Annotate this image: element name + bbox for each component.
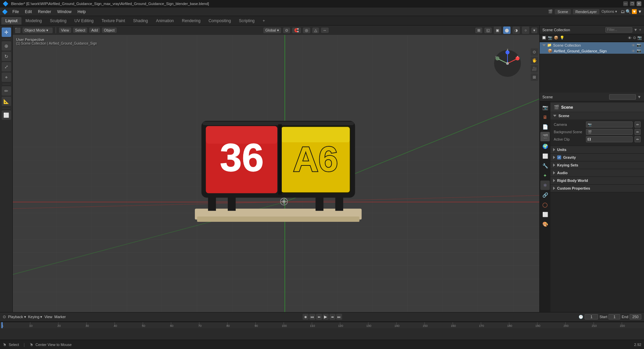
record-btn[interactable]: ⏺ <box>303 314 309 320</box>
viewport-proportional-edit[interactable]: ◎ <box>303 28 310 33</box>
nav-gizmo[interactable]: Z X Y <box>492 48 523 79</box>
props-tab-render[interactable]: 📷 <box>540 103 550 112</box>
next-frame-btn[interactable]: ➡ <box>329 314 335 320</box>
props-search[interactable] <box>609 94 636 100</box>
viewport-xray-btn[interactable]: ◱ <box>484 28 492 33</box>
props-tab-constraints[interactable]: 🔗 <box>540 190 550 200</box>
tab-uv-editing[interactable]: UV Editing <box>70 17 98 24</box>
filter-mesh-icon[interactable]: 📦 <box>554 36 558 40</box>
playback-menu[interactable]: Playback ▾ <box>8 315 26 319</box>
viewport-proportional[interactable]: ⊙ <box>283 28 290 33</box>
filter-scene-icon[interactable]: 📷 <box>548 36 552 40</box>
tab-rendering[interactable]: Rendering <box>178 17 204 24</box>
props-tab-object[interactable]: ⬜ <box>540 151 550 161</box>
object-menu[interactable]: Object <box>102 28 117 33</box>
quad-view-icon[interactable]: ⊞ <box>531 73 538 81</box>
bg-scene-value[interactable]: 🎬 <box>586 129 633 135</box>
start-frame-input[interactable] <box>608 314 620 319</box>
section-audio-header[interactable]: Audio <box>550 169 644 177</box>
props-tab-physics[interactable]: ⚛ <box>540 181 550 190</box>
section-units-header[interactable]: Units <box>550 146 644 153</box>
section-scene-header[interactable]: Scene <box>550 112 644 119</box>
props-tab-world[interactable]: 🌍 <box>540 142 550 151</box>
viewport-snap[interactable]: 🧲 <box>292 28 301 33</box>
tool-transform[interactable]: ⌖ <box>2 72 11 82</box>
outliner-select-icon[interactable]: ⊙ <box>633 36 636 40</box>
gizmo-icon[interactable]: ⊙ <box>531 48 538 56</box>
view-menu-tl[interactable]: View <box>44 315 52 319</box>
viewport-transform-pivot[interactable]: △ <box>312 28 319 33</box>
props-tab-output[interactable]: 🖥 <box>540 112 550 122</box>
menu-file[interactable]: File <box>10 9 21 15</box>
jump-end-btn[interactable]: ⏭ <box>336 314 342 320</box>
props-tab-texture[interactable]: 🎨 <box>540 219 550 229</box>
section-gravity-header[interactable]: ✓ Gravity <box>550 154 644 161</box>
props-options-icon[interactable]: ▼ <box>637 95 641 99</box>
scene-canvas[interactable]: 36 A6 <box>13 35 539 312</box>
tab-modeling[interactable]: Modeling <box>21 17 46 24</box>
camera-edit-btn[interactable]: ✏ <box>635 121 641 128</box>
tab-animation[interactable]: Animation <box>152 17 178 24</box>
menu-window[interactable]: Window <box>54 9 74 15</box>
gravity-checkbox[interactable]: ✓ <box>557 155 561 159</box>
mode-selector[interactable]: Object Mode ▾ <box>22 28 53 33</box>
section-custom-props-header[interactable]: Custom Properties <box>550 185 644 192</box>
menu-edit[interactable]: Edit <box>22 9 35 15</box>
props-tab-modifier[interactable]: 🔧 <box>540 161 550 170</box>
tool-rotate[interactable]: ↻ <box>2 52 11 61</box>
menu-help[interactable]: Help <box>75 9 89 15</box>
maximize-btn[interactable]: ❐ <box>630 1 635 6</box>
active-clip-edit-btn[interactable]: ✏ <box>635 136 641 142</box>
outliner-item-scene-collection[interactable]: 📁 Scene Collection 👁 📷 <box>540 42 644 48</box>
camera-icon[interactable]: 🎥 <box>531 65 538 72</box>
tool-move[interactable]: ⊕ <box>2 41 11 51</box>
options-btn[interactable]: Options ▾ <box>601 9 617 14</box>
jump-start-btn[interactable]: ⏮ <box>309 314 315 320</box>
add-menu[interactable]: Add <box>89 28 100 33</box>
props-tab-material[interactable]: ⬜ <box>540 210 550 219</box>
tab-add[interactable]: + <box>259 17 269 24</box>
prev-frame-btn[interactable]: ⬅ <box>316 314 322 320</box>
tab-shading[interactable]: Shading <box>129 17 152 24</box>
scene-selector[interactable]: Scene <box>555 9 571 14</box>
tab-sculpting[interactable]: Sculpting <box>46 17 70 24</box>
keying-menu[interactable]: Keying ▾ <box>28 315 43 319</box>
tool-measure[interactable]: 📐 <box>2 97 11 106</box>
current-frame-input[interactable] <box>585 314 598 319</box>
props-tab-particles[interactable]: ✦ <box>540 171 550 180</box>
viewport[interactable]: ⬛ Object Mode ▾ View Select Add Object G… <box>13 26 539 312</box>
viewport-material-btn[interactable]: ◑ <box>513 27 520 34</box>
zoom-in-icon[interactable]: 🖐 <box>531 57 538 64</box>
viewport-solid-btn[interactable]: ⬤ <box>503 27 511 34</box>
menu-render[interactable]: Render <box>35 9 54 15</box>
viewport-global-selector[interactable]: Global ▾ <box>263 28 281 33</box>
viewport-settings-icon[interactable]: ▾ <box>531 28 537 33</box>
viewport-mirror[interactable]: ↔ <box>321 28 329 33</box>
viewport-rendered-btn[interactable]: ○ <box>522 27 529 34</box>
tool-cursor[interactable]: ✛ <box>2 28 11 37</box>
active-clip-value[interactable]: 🎞 <box>586 136 633 142</box>
marker-menu[interactable]: Marker <box>54 315 66 319</box>
camera-value[interactable]: 📷 <box>586 121 633 128</box>
collection-view-icon[interactable]: 👁 <box>632 43 635 47</box>
section-keying-header[interactable]: Keying Sets <box>550 161 644 169</box>
tool-annotate[interactable]: ✏ <box>2 86 11 96</box>
outliner-filter-icon[interactable]: ▼ <box>634 28 638 32</box>
tab-layout[interactable]: Layout <box>1 17 21 24</box>
viewport-overlay-icon[interactable]: ⊞ <box>475 28 482 33</box>
outliner-item-object[interactable]: 📦 Airfiled_Ground_Guidance_Sign 👁 📷 <box>540 48 644 54</box>
section-rigid-body-header[interactable]: Rigid Body World <box>550 177 644 184</box>
tool-scale[interactable]: ⤢ <box>2 62 11 71</box>
collection-render-icon[interactable]: 📷 <box>637 43 641 47</box>
view-menu[interactable]: View <box>59 28 71 33</box>
frame-ruler[interactable]: 1 10 20 30 40 50 <box>0 322 644 340</box>
props-tab-view-layer[interactable]: 📄 <box>540 122 550 132</box>
play-btn[interactable]: ▶ <box>323 314 329 320</box>
outliner-render-icon[interactable]: 📷 <box>637 36 642 40</box>
outliner-search[interactable] <box>605 27 632 33</box>
tab-scripting[interactable]: Scripting <box>235 17 259 24</box>
minimize-btn[interactable]: — <box>623 1 628 6</box>
outliner-add-icon[interactable]: + <box>639 28 641 32</box>
object-view-icon[interactable]: 👁 <box>632 49 635 53</box>
select-menu[interactable]: Select <box>73 28 88 33</box>
